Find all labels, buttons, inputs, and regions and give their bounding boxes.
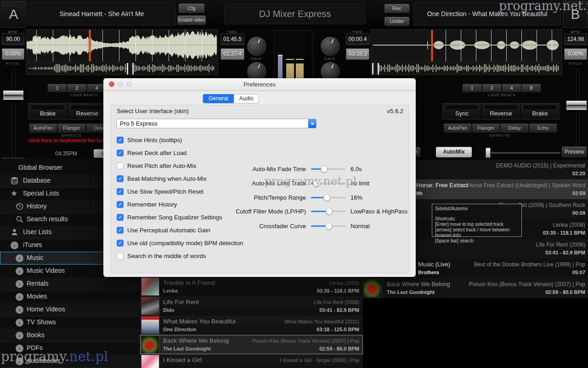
track-title: I Kissed a Girl [163,356,202,363]
dialog-titlebar[interactable]: Preferences [103,78,416,91]
chevron-down-icon[interactable] [308,119,316,128]
track-artist: Dido [163,307,174,313]
beat-grid-line [537,30,537,61]
sidelist-row-7[interactable]: Back Where We BelongPoison Kiss (Bonus T… [363,278,588,299]
slider-label: Cutoff Filter Mode (LP/HP) [236,208,306,215]
sidebar-item-rentals[interactable]: ♪Rentals [0,277,140,291]
itunes-icon: ♪ [16,254,24,262]
deck-b-time-remaining: 03:18.3 [346,48,369,60]
checkbox-checked-icon[interactable]: ✓ [117,240,124,247]
deck-b-loop-8-button[interactable]: 8 [521,84,541,92]
deck-b-loop-2-button[interactable]: 2 [482,84,502,92]
sidebar-item-movies[interactable]: ♪Movies [0,290,140,304]
deck-b-overview-strip[interactable] [371,63,562,75]
preview-button[interactable]: Preview [561,146,587,158]
preferences-tabs: GeneralAudio [203,94,259,104]
playlist-row-what-makes-you-beautiful[interactable]: What Makes You BeautifulWhat Makes You B… [140,316,363,335]
enable-video-button[interactable]: Enable video [177,15,206,25]
sidebar-item-books[interactable]: ♪Books [0,329,140,342]
deck-a-gain-knob[interactable] [247,36,267,57]
slider-track[interactable] [311,211,346,212]
checkbox-checked-icon[interactable]: ✓ [117,150,124,156]
checkbox-unchecked-icon[interactable] [117,253,124,259]
album-art [141,355,159,368]
playlist-row-trouble-is-a-friend[interactable]: Trouble Is A FriendLenka (2008)Lenka03:3… [140,277,363,297]
track-album: I Kissed a Girl - Single (2008) | Pop [280,357,359,363]
slider-knob[interactable] [326,208,333,215]
deck-b-sync-button[interactable]: Sync [443,104,481,118]
rec-button[interactable]: Rec [384,4,410,13]
slider-auto-mix-fade-time: Auto-Mix Fade Time6.0s [111,166,409,173]
album-art [141,277,159,296]
limiter-button[interactable]: Limiter [384,17,410,26]
deck-a-brake-button[interactable]: Brake [28,104,68,118]
playlist-row-life-for-rent[interactable]: Life For RentLife For Rent (2008)Dido03:… [140,296,363,316]
deck-a-waveform[interactable] [26,29,218,62]
deck-a-pitch-fader-handle[interactable] [3,90,24,100]
deck-a-overview-strip[interactable] [26,63,218,75]
star-icon: ★ [11,190,19,198]
playlist-row-back-where-we-belong[interactable]: Back Where We BelongPoison Kiss (Bonus T… [140,335,363,355]
deck-b-effects-label: EFFECTS [443,133,556,138]
skin-select[interactable]: Pro 5 Express [116,119,317,128]
beat-grid-line [521,30,522,61]
slider-knob[interactable] [323,194,330,201]
checkbox-checked-icon[interactable]: ✓ [117,201,124,208]
itunes-icon: ♪ [16,293,24,301]
checkbox-label: Search in the middle of words [127,253,206,259]
overview-position-marker[interactable] [372,63,379,75]
watermark-center: programy.net.pl [264,174,356,188]
deck-b-loop-4-button[interactable]: 4 [502,84,521,92]
playlist-row-i-kissed-a-girl[interactable]: I Kissed a GirlI Kissed a Girl - Single … [140,354,363,368]
buy-unlock-link[interactable]: click here to buy/unlock the full [28,138,104,143]
deck-b-reverse-button[interactable]: Reverse [482,104,520,118]
album-art [141,335,159,354]
tab-general[interactable]: General [203,94,234,103]
watermark-top: programy.net.pl [499,0,588,13]
track-artist: ith [416,190,422,196]
vu-bar-right [296,63,304,79]
deck-b-fx-autopan-button[interactable]: AutoPan [443,123,472,133]
checkbox-label: Use old (compatibility mode) BPM detecti… [127,240,243,247]
deck-b-bpm-value: 124.98 [564,34,587,45]
deck-a-fx-flanger-button[interactable]: Flanger [57,123,86,133]
sidebar-item-tv-shows[interactable]: ♪TV Shows [0,316,140,329]
dj-mixer-app: A Sinead Harnett - She Ain't Me Cfg Enab… [0,0,588,368]
slider-track[interactable] [311,225,346,227]
overview-position-marker[interactable] [127,63,134,75]
slider-track[interactable] [311,197,346,198]
deck-b-loop-buttons: 1248 [462,84,541,92]
deck-b-gain-knob[interactable] [320,36,340,57]
tab-audio[interactable]: Audio [234,94,259,103]
slider-knob[interactable] [325,223,332,230]
beat-grid-line [169,30,169,61]
slider-track[interactable] [311,168,346,170]
deck-a-loop-1-button[interactable]: 1 [47,84,67,92]
deck-a-loop-2-button[interactable]: 2 [67,84,87,92]
deck-b-fx-delay-button[interactable]: Delay [500,123,529,133]
deck-b-fx-flanger-button[interactable]: Flanger [472,123,500,133]
itunes-icon: ♪ [16,331,24,339]
deck-a-fx-autopan-button[interactable]: AutoPan [29,123,57,133]
slider-value: 16% [351,194,362,201]
track-time-bpm: 02:59 - 80.0 BPM [545,289,585,295]
deck-b-pitch-fader-handle[interactable] [566,100,587,110]
deck-b-gain-label: GAIN [320,57,339,61]
deck-a-gain-label: GAIN [247,57,266,61]
user-icon [11,228,19,236]
checkbox-checked-icon[interactable]: ✓ [117,137,124,144]
automix-button[interactable]: AutoMix [435,146,472,158]
slider-knob[interactable] [321,166,328,172]
track-time-bpm: 02:59 - 80.0 BPM [319,346,359,351]
track-time-bpm: 03:35 - 118.1 BPM [543,230,585,236]
track-album: Life For Rent (2008) [314,299,359,305]
deck-b-loop-1-button[interactable]: 1 [462,84,482,92]
sidebar-item-home-videos[interactable]: ♪Home Videos [0,303,140,316]
deck-a-reverse-button[interactable]: Reverse [68,104,107,118]
cfg-button[interactable]: Cfg [178,3,205,13]
automix-volume-handle[interactable] [485,147,491,158]
deck-b-waveform[interactable] [371,29,562,62]
automix-volume-track[interactable] [486,151,560,154]
deck-b-brake-button[interactable]: Brake [521,104,560,118]
deck-b-fx-echo-button[interactable]: Echo [529,123,557,133]
